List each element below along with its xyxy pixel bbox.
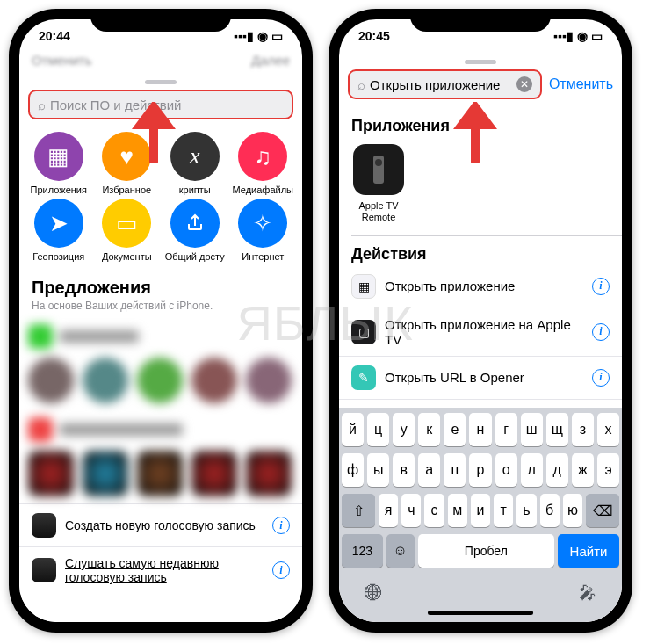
phone-left: 20:44 ▪▪▪▮ ◉ ▭ ОтменитьДалее ⌕ Поиск ПО … [9, 9, 313, 633]
key-р[interactable]: р [469, 453, 491, 487]
key-г[interactable]: г [495, 413, 517, 446]
annotation-arrow [444, 102, 506, 163]
category-media[interactable]: ♫Медиафайлы [229, 132, 298, 195]
key-ж[interactable]: ж [572, 453, 594, 487]
key-ы[interactable]: ы [367, 453, 389, 487]
signal-icon: ▪▪▪▮ [553, 29, 574, 43]
category-documents[interactable]: ▭Документы [93, 199, 162, 262]
home-indicator[interactable] [428, 611, 533, 615]
key-к[interactable]: к [418, 413, 440, 446]
key-а[interactable]: а [418, 453, 440, 487]
phone-right: 20:45 ▪▪▪▮ ◉ ▭ ⌕ Открыть приложение ✕ От… [329, 9, 632, 633]
backspace-key[interactable]: ⌫ [586, 494, 619, 527]
space-key[interactable]: Пробел [418, 534, 554, 568]
voice-memo-icon [32, 558, 56, 582]
grid-icon: ▦ [351, 274, 376, 299]
suggestion-item[interactable]: Слушать самую недавнюю голосовую запись … [19, 546, 302, 593]
annotation-arrow [123, 102, 184, 163]
svg-point-1 [375, 159, 382, 166]
status-icons: ▪▪▪▮ ◉ ▭ [234, 29, 283, 43]
info-icon[interactable]: i [272, 561, 290, 579]
signal-icon: ▪▪▪▮ [234, 29, 254, 43]
key-и[interactable]: и [471, 494, 490, 527]
key-в[interactable]: в [393, 453, 415, 487]
key-э[interactable]: э [597, 453, 619, 487]
key-й[interactable]: й [342, 413, 364, 446]
key-ч[interactable]: ч [401, 494, 421, 527]
actions-section-title: Действия [339, 236, 622, 265]
action-open-app[interactable]: ▦ Открыть приложение i [339, 265, 622, 308]
info-icon[interactable]: i [592, 369, 610, 387]
category-web[interactable]: ✧Интернет [229, 199, 298, 262]
info-icon[interactable]: i [592, 323, 610, 341]
mic-icon[interactable]: 🎤︎ [579, 583, 596, 604]
key-д[interactable]: д [546, 453, 568, 487]
search-input[interactable]: ⌕ Открыть приложение ✕ [348, 69, 542, 99]
key-е[interactable]: е [444, 413, 466, 446]
key-о[interactable]: о [495, 453, 517, 487]
battery-icon: ▭ [591, 29, 603, 43]
emoji-key[interactable]: ☺ [386, 534, 415, 568]
suggestions-title: Предложения [19, 269, 302, 300]
wifi-icon: ◉ [257, 29, 268, 43]
battery-icon: ▭ [271, 29, 283, 43]
search-icon: ⌕ [38, 98, 46, 112]
apple-tv-remote-icon [353, 144, 404, 195]
key-м[interactable]: м [448, 494, 467, 527]
key-п[interactable]: п [444, 453, 466, 487]
sheet-header: ОтменитьДалее [19, 53, 302, 73]
action-open-url-opener[interactable]: ✎ Открыть URL в Opener i [339, 357, 622, 400]
key-с[interactable]: с [424, 494, 444, 527]
suggestions-subtitle: На основе Ваших действий с iPhone. [19, 300, 302, 321]
key-б[interactable]: б [540, 494, 560, 527]
category-location[interactable]: ➤Геопозиция [25, 199, 93, 262]
key-л[interactable]: л [521, 453, 543, 487]
keyboard[interactable]: йцукенгшщзх фывапролджэ ⇧ ячсмитьбю ⌫ 12… [339, 408, 622, 622]
blurred-suggestions [19, 321, 302, 503]
tv-icon: ▢ [351, 320, 376, 344]
key-н[interactable]: н [469, 413, 491, 446]
clear-icon[interactable]: ✕ [516, 76, 532, 92]
category-apps[interactable]: ▦Приложения [25, 132, 93, 195]
opener-icon: ✎ [351, 365, 376, 390]
key-ф[interactable]: ф [342, 453, 364, 487]
numbers-key[interactable]: 123 [342, 534, 383, 568]
notch [90, 9, 231, 32]
shift-key[interactable]: ⇧ [342, 494, 375, 527]
key-з[interactable]: з [572, 413, 594, 446]
key-х[interactable]: х [597, 413, 619, 446]
info-icon[interactable]: i [592, 278, 610, 295]
app-result[interactable]: Apple TV Remote [339, 137, 418, 235]
voice-memo-icon [32, 513, 56, 538]
info-icon[interactable]: i [272, 517, 290, 534]
category-sharing[interactable]: Общий досту [161, 199, 229, 262]
key-ц[interactable]: ц [367, 413, 389, 446]
key-ю[interactable]: ю [563, 494, 582, 527]
drag-handle[interactable] [465, 60, 496, 64]
suggestion-item[interactable]: Создать новую голосовую запись i [19, 503, 302, 546]
search-value: Открыть приложение [370, 77, 516, 92]
key-я[interactable]: я [379, 494, 398, 527]
key-ш[interactable]: ш [521, 413, 543, 446]
drag-handle[interactable] [145, 80, 177, 84]
notch [410, 9, 551, 32]
clock: 20:45 [358, 29, 390, 43]
globe-icon[interactable]: 🌐︎ [365, 583, 382, 604]
key-ь[interactable]: ь [516, 494, 536, 527]
status-icons: ▪▪▪▮ ◉ ▭ [553, 29, 603, 43]
cancel-button[interactable]: Отменить [549, 76, 613, 92]
search-icon: ⌕ [358, 77, 365, 92]
key-т[interactable]: т [494, 494, 513, 527]
key-щ[interactable]: щ [546, 413, 568, 446]
wifi-icon: ◉ [577, 29, 588, 43]
action-open-app-appletv[interactable]: ▢ Открыть приложение на Apple TV i [339, 308, 622, 357]
clock: 20:44 [39, 29, 70, 43]
key-у[interactable]: у [393, 413, 415, 446]
find-key[interactable]: Найти [558, 534, 619, 568]
